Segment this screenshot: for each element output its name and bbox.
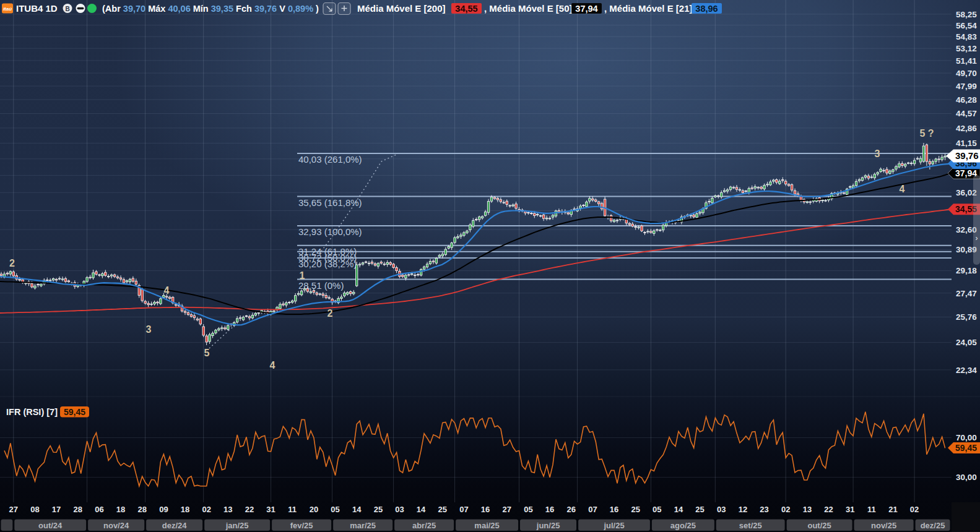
svg-text:abr/25: abr/25 bbox=[412, 521, 436, 530]
svg-text:dez/24: dez/24 bbox=[162, 521, 188, 530]
svg-text:out/24: out/24 bbox=[38, 521, 63, 530]
svg-text:3: 3 bbox=[875, 148, 880, 159]
svg-text:24,05: 24,05 bbox=[956, 338, 977, 347]
svg-text:28: 28 bbox=[74, 505, 82, 514]
svg-text:23: 23 bbox=[760, 505, 768, 514]
svg-text:dez/25: dez/25 bbox=[921, 521, 945, 530]
svg-text:IFR (RSI) [7]: IFR (RSI) [7] bbox=[6, 407, 58, 417]
svg-text:ago/25: ago/25 bbox=[670, 521, 696, 530]
svg-text:nov/24: nov/24 bbox=[103, 521, 129, 530]
svg-text:27,47: 27,47 bbox=[956, 289, 977, 298]
svg-text:22: 22 bbox=[245, 505, 254, 514]
svg-text:40,03 (261,0%): 40,03 (261,0%) bbox=[298, 154, 362, 165]
svg-text:ITUB4 1D: ITUB4 1D bbox=[16, 3, 58, 14]
svg-text:25: 25 bbox=[374, 505, 383, 514]
svg-text:27: 27 bbox=[9, 505, 18, 514]
svg-text:Média Móvel E [200]: Média Móvel E [200] bbox=[357, 3, 446, 14]
svg-text:31: 31 bbox=[266, 505, 275, 514]
svg-text:30,00: 30,00 bbox=[956, 473, 977, 482]
svg-text:53,12: 53,12 bbox=[956, 44, 977, 53]
svg-text:42,86: 42,86 bbox=[956, 124, 977, 133]
svg-text:06: 06 bbox=[95, 505, 103, 514]
svg-text:, Média Móvel E [21]: , Média Móvel E [21] bbox=[604, 3, 693, 14]
svg-text:58,25: 58,25 bbox=[956, 10, 977, 19]
svg-text:22: 22 bbox=[824, 505, 833, 514]
svg-text:59,45: 59,45 bbox=[955, 443, 977, 453]
svg-text:2: 2 bbox=[9, 258, 15, 268]
svg-text:70,00: 70,00 bbox=[956, 433, 977, 442]
svg-text:54,83: 54,83 bbox=[956, 32, 977, 41]
svg-text:, Média Móvel E [50]: , Média Móvel E [50] bbox=[484, 3, 573, 14]
svg-text:07: 07 bbox=[459, 505, 468, 514]
svg-text:25: 25 bbox=[438, 505, 447, 514]
svg-text:37,94: 37,94 bbox=[575, 4, 597, 14]
svg-text:(Abr 39,70 Máx 40,06 Mín 39,35: (Abr 39,70 Máx 40,06 Mín 39,35 Fch 39,76… bbox=[102, 4, 319, 14]
svg-text:29,18: 29,18 bbox=[956, 266, 977, 275]
svg-text:›: › bbox=[976, 234, 978, 242]
svg-text:12: 12 bbox=[739, 505, 747, 514]
svg-text:08: 08 bbox=[30, 505, 39, 514]
svg-text:02: 02 bbox=[781, 505, 790, 514]
svg-text:3: 3 bbox=[146, 324, 152, 335]
svg-text:B: B bbox=[65, 6, 69, 12]
svg-text:27: 27 bbox=[503, 505, 511, 514]
svg-text:28: 28 bbox=[137, 505, 146, 514]
svg-text:09: 09 bbox=[159, 505, 168, 514]
svg-text:14: 14 bbox=[352, 505, 362, 514]
svg-text:11: 11 bbox=[288, 505, 297, 514]
svg-text:25: 25 bbox=[695, 505, 704, 514]
svg-text:49,70: 49,70 bbox=[956, 69, 977, 78]
svg-text:13: 13 bbox=[803, 505, 812, 514]
svg-text:18: 18 bbox=[181, 505, 189, 514]
svg-text:03: 03 bbox=[717, 505, 726, 514]
svg-text:16: 16 bbox=[610, 505, 618, 514]
svg-text:56,54: 56,54 bbox=[956, 21, 977, 30]
svg-text:30,20 (38,2%): 30,20 (38,2%) bbox=[298, 259, 357, 269]
svg-text:5 ?: 5 ? bbox=[919, 128, 934, 139]
svg-text:mar/25: mar/25 bbox=[350, 521, 376, 530]
svg-text:14: 14 bbox=[417, 505, 426, 514]
svg-text:17: 17 bbox=[52, 505, 61, 514]
svg-text:32,93 (100,0%): 32,93 (100,0%) bbox=[298, 226, 362, 237]
svg-text:26: 26 bbox=[566, 505, 575, 514]
svg-text:35,65 (161,8%): 35,65 (161,8%) bbox=[298, 197, 362, 208]
svg-text:13: 13 bbox=[223, 505, 232, 514]
svg-text:16: 16 bbox=[481, 505, 490, 514]
svg-text:11: 11 bbox=[867, 505, 876, 514]
svg-text:05: 05 bbox=[653, 505, 661, 514]
svg-text:22,34: 22,34 bbox=[956, 366, 977, 375]
svg-text:05: 05 bbox=[331, 505, 339, 514]
svg-text:16: 16 bbox=[545, 505, 554, 514]
svg-text:4: 4 bbox=[270, 360, 275, 371]
svg-text:41,15: 41,15 bbox=[956, 139, 977, 148]
svg-text:47,99: 47,99 bbox=[956, 82, 977, 91]
svg-text:44,57: 44,57 bbox=[956, 109, 977, 118]
svg-text:out/25: out/25 bbox=[807, 521, 831, 530]
svg-text:4: 4 bbox=[900, 184, 905, 194]
svg-text:20: 20 bbox=[310, 505, 318, 514]
svg-text:25: 25 bbox=[631, 505, 640, 514]
svg-text:jun/25: jun/25 bbox=[536, 521, 560, 530]
svg-text:4: 4 bbox=[164, 285, 170, 296]
svg-text:03: 03 bbox=[395, 505, 404, 514]
svg-text:05: 05 bbox=[524, 505, 532, 514]
svg-text:02: 02 bbox=[202, 505, 210, 514]
svg-text:39,76: 39,76 bbox=[955, 150, 979, 161]
svg-text:1: 1 bbox=[300, 270, 305, 281]
svg-text:38,96: 38,96 bbox=[695, 4, 718, 14]
svg-text:18: 18 bbox=[116, 505, 125, 514]
svg-text:59,45: 59,45 bbox=[64, 407, 85, 417]
svg-text:02: 02 bbox=[910, 505, 919, 514]
svg-text:34,55: 34,55 bbox=[455, 4, 477, 14]
svg-text:5: 5 bbox=[204, 348, 210, 358]
svg-text:mai/25: mai/25 bbox=[474, 521, 499, 530]
svg-text:51,41: 51,41 bbox=[956, 56, 977, 66]
svg-text:31: 31 bbox=[846, 505, 854, 514]
svg-text:nov/25: nov/25 bbox=[871, 521, 896, 530]
svg-text:2: 2 bbox=[327, 308, 333, 319]
svg-text:14: 14 bbox=[674, 505, 683, 514]
svg-text:jul/25: jul/25 bbox=[603, 521, 624, 530]
svg-text:fev/25: fev/25 bbox=[290, 521, 313, 530]
svg-text:21: 21 bbox=[888, 505, 897, 514]
svg-text:jan/25: jan/25 bbox=[225, 521, 249, 530]
